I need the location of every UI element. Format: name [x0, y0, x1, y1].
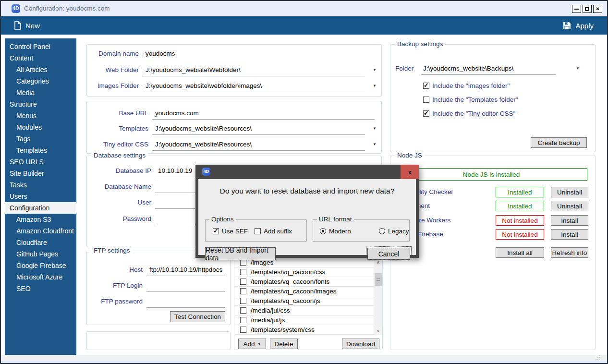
sidebar-item-menus[interactable]: Menus: [5, 110, 76, 121]
sidebar-item-seo-urls[interactable]: SEO URLS: [5, 156, 76, 168]
reset-database-dialog: 4D x Do you want to reset database and i…: [195, 165, 419, 258]
file-row[interactable]: /templates/vq_cacoon/fonts: [235, 277, 374, 287]
sidebar-item-structure[interactable]: Structure: [5, 98, 76, 110]
include-images-label: Include the "Images folder": [432, 82, 510, 89]
maximize-button[interactable]: [583, 5, 592, 13]
file-checkbox[interactable]: [240, 288, 246, 294]
database-ip-label: Database IP: [91, 165, 151, 177]
file-path-label: /templates/vq_cacoon/js: [251, 297, 320, 304]
database-ip-value[interactable]: 10.10.10.19: [158, 165, 192, 177]
node-module-status: Not installed: [496, 229, 544, 240]
include-images-checkbox[interactable]: [423, 83, 429, 89]
chevron-down-icon[interactable]: ▼: [373, 68, 377, 72]
close-button[interactable]: ✕: [593, 5, 602, 13]
uninstall-button[interactable]: Uninstall: [551, 187, 588, 197]
web-folder-value[interactable]: J:\youdocms_website\Webfolder\: [146, 64, 241, 76]
images-folder-value[interactable]: J:\youdocms_website\webfolder\images\: [146, 80, 262, 92]
uninstall-button[interactable]: Uninstall: [551, 201, 588, 211]
sidebar-item-seo[interactable]: SEO: [5, 283, 76, 294]
sidebar-item-amazon-s3[interactable]: Amazon S3: [5, 214, 76, 225]
new-button[interactable]: New: [14, 16, 40, 35]
resize-grip[interactable]: [596, 355, 600, 360]
chevron-down-icon[interactable]: ▼: [576, 66, 580, 71]
sidebar-item-google-firebase[interactable]: Google Firebase: [5, 260, 76, 271]
file-row[interactable]: /media/jui/css: [235, 306, 374, 315]
scroll-down-icon[interactable]: ∨: [374, 327, 382, 335]
file-checkbox[interactable]: [240, 327, 246, 333]
refresh-info-button[interactable]: Refresh info: [551, 247, 588, 258]
test-connection-button[interactable]: Test Connection: [170, 311, 225, 322]
sidebar-item-cloudflare[interactable]: Cloudflare: [5, 237, 76, 248]
ftp-host-value[interactable]: ftp://10.10.10.19/httpdocs: [149, 264, 222, 276]
apply-button-label: Apply: [575, 22, 594, 30]
base-url-value[interactable]: youdocms.com: [155, 107, 199, 120]
file-checkbox[interactable]: [240, 298, 246, 304]
field-row: Base URL youdocms.com: [91, 107, 377, 120]
include-templates-checkbox[interactable]: [423, 97, 429, 103]
apply-button[interactable]: Apply: [563, 16, 594, 35]
tiny-editor-css-value[interactable]: J:\youdocms_website\Resources\: [155, 138, 252, 151]
install-button[interactable]: Install: [551, 215, 588, 226]
sidebar-item-site-builder[interactable]: Site Builder: [5, 168, 76, 179]
download-button[interactable]: Download: [342, 339, 379, 349]
sidebar-item-all-articles[interactable]: All Articles: [5, 64, 76, 75]
file-list: /images/templates/vq_cacoon/css/template…: [235, 258, 374, 335]
file-checkbox[interactable]: [240, 279, 246, 285]
modern-radio[interactable]: [320, 228, 326, 234]
file-path-label: /templates/vq_cacoon/images: [251, 288, 337, 295]
legacy-radio[interactable]: [379, 228, 385, 234]
file-checkbox[interactable]: [240, 269, 246, 275]
sidebar-item-configuration[interactable]: Configuration: [5, 202, 76, 214]
use-sef-checkbox[interactable]: [213, 228, 219, 234]
sidebar-item-tags[interactable]: Tags: [5, 133, 76, 145]
sidebar-item-control-panel[interactable]: Control Panel: [5, 41, 76, 52]
ftp-settings-panel: FTP settings Host ftp://10.10.10.19/http…: [86, 251, 231, 325]
file-path-label: /media/jui/css: [251, 307, 290, 314]
file-row[interactable]: /templates/system/css: [235, 325, 374, 335]
file-row[interactable]: /media/jui/js: [235, 315, 374, 325]
sidebar-item-categories[interactable]: Categories: [5, 75, 76, 87]
scrollbar-thumb[interactable]: [375, 273, 382, 286]
url-format-group-title: URL format: [317, 216, 354, 223]
add-suffix-checkbox[interactable]: [255, 228, 261, 234]
templates-value[interactable]: J:\youdocms_website\Resources\: [155, 122, 252, 135]
chevron-down-icon[interactable]: ▼: [373, 126, 377, 131]
backup-option-row: Include the "Images folder": [423, 81, 510, 90]
reset-db-import-button[interactable]: Reset DB and Import data: [205, 247, 276, 260]
database-settings-title: Database settings: [91, 152, 148, 159]
sidebar-item-tasks[interactable]: Tasks: [5, 179, 76, 191]
sidebar-item-media[interactable]: Media: [5, 87, 76, 98]
minimize-button[interactable]: [572, 5, 581, 13]
sidebar-item-users[interactable]: Users: [5, 191, 76, 202]
add-button[interactable]: Add ▼: [238, 339, 266, 349]
dialog-close-button[interactable]: x: [401, 165, 419, 179]
file-row[interactable]: /templates/vq_cacoon/images: [235, 287, 374, 296]
sidebar-item-amazon-cloudfront[interactable]: Amazon Cloudfront: [5, 225, 76, 237]
sidebar-item-microsoft-azure[interactable]: Microsoft Azure: [5, 271, 76, 283]
chevron-down-icon[interactable]: ▼: [373, 84, 377, 88]
close-icon: ✕: [596, 7, 599, 12]
backup-folder-value[interactable]: J:\youdocms_website\Backups\: [423, 62, 513, 75]
sidebar-item-github-pages[interactable]: GitHub Pages: [5, 248, 76, 260]
download-files-panel: /images/templates/vq_cacoon/css/template…: [234, 251, 383, 350]
sidebar-item-modules[interactable]: Modules: [5, 121, 76, 133]
create-backup-button[interactable]: Create backup: [531, 137, 587, 148]
chevron-down-icon[interactable]: ▼: [373, 142, 377, 146]
file-checkbox[interactable]: [240, 317, 246, 323]
cancel-button[interactable]: Cancel: [367, 248, 410, 260]
modern-radio-row: Modern: [320, 226, 351, 236]
include-tiny-css-checkbox[interactable]: [423, 110, 429, 117]
sidebar-item-templates[interactable]: Templates: [5, 145, 76, 156]
base-url-label: Base URL: [91, 107, 148, 120]
scrollbar[interactable]: ∧ ∨: [374, 258, 382, 335]
install-all-button[interactable]: Install all: [496, 247, 544, 258]
file-row[interactable]: /templates/vq_cacoon/js: [235, 296, 374, 306]
sidebar-item-content[interactable]: Content: [5, 52, 76, 64]
file-checkbox[interactable]: [240, 307, 246, 314]
domain-name-value[interactable]: youdocms: [146, 48, 175, 60]
backup-settings-panel: Backup settings Folder J:\youdocms_websi…: [390, 44, 596, 152]
domain-name-label: Domain name: [91, 48, 139, 60]
install-button[interactable]: Install: [551, 229, 588, 240]
delete-button[interactable]: Delete: [270, 339, 298, 349]
file-row[interactable]: /templates/vq_cacoon/css: [235, 267, 374, 277]
